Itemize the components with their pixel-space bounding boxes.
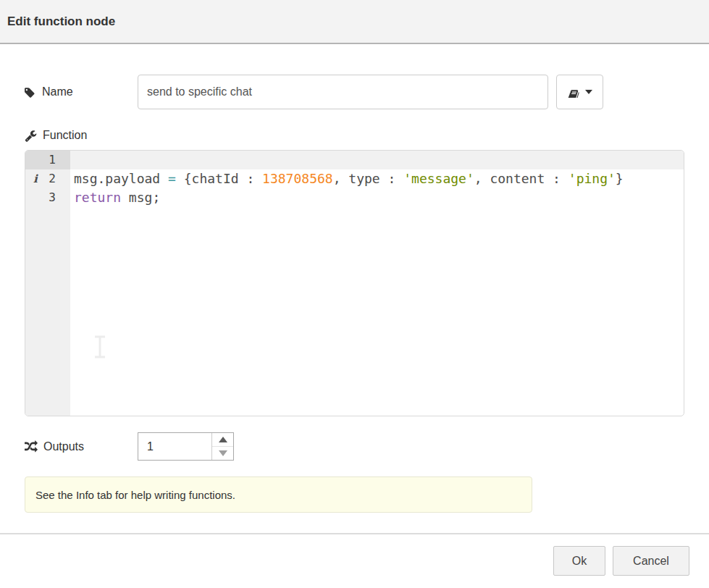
dialog-title: Edit function node xyxy=(7,14,115,29)
name-label-text: Name xyxy=(42,85,73,98)
ok-button[interactable]: Ok xyxy=(553,546,605,576)
function-code-editor[interactable]: 12i3 msg.payload = {chatId : 138708568, … xyxy=(25,150,684,416)
outputs-input[interactable] xyxy=(138,433,211,460)
editor-gutter: 12i3 xyxy=(25,151,70,416)
dialog-header: Edit function node xyxy=(0,0,709,44)
gutter-line-number: 3 xyxy=(25,188,70,207)
code-line[interactable]: msg.payload = {chatId : 138708568, type … xyxy=(70,169,684,188)
form-tip: See the Info tab for help writing functi… xyxy=(25,476,532,513)
function-field-label: Function xyxy=(25,126,87,145)
form-tip-text: See the Info tab for help writing functi… xyxy=(35,489,235,501)
code-line[interactable] xyxy=(70,151,684,169)
triangle-up-icon xyxy=(219,437,227,442)
editor-code: msg.payload = {chatId : 138708568, type … xyxy=(70,151,684,207)
tag-icon xyxy=(25,86,36,98)
spinner-buttons xyxy=(211,433,233,460)
function-label-text: Function xyxy=(43,129,87,142)
cancel-button[interactable]: Cancel xyxy=(613,546,689,576)
info-annotation-icon: i xyxy=(33,169,38,188)
outputs-spinner xyxy=(138,432,234,461)
gutter-line-number: 1 xyxy=(25,151,70,169)
gutter-line-number: 2i xyxy=(25,169,70,188)
triangle-down-icon xyxy=(219,450,227,456)
footer-separator xyxy=(0,533,709,534)
caret-down-icon xyxy=(585,90,592,94)
text-cursor-pointer xyxy=(92,335,108,362)
code-line[interactable]: return msg; xyxy=(70,188,684,207)
book-icon xyxy=(568,86,579,98)
spinner-down-button[interactable] xyxy=(212,447,233,460)
name-field-label: Name xyxy=(25,75,73,109)
outputs-label-text: Outputs xyxy=(43,440,84,453)
library-button[interactable] xyxy=(556,75,603,109)
name-input[interactable] xyxy=(138,75,548,109)
wrench-icon xyxy=(25,130,37,142)
shuffle-icon xyxy=(25,440,38,453)
outputs-field-label: Outputs xyxy=(25,432,84,461)
spinner-up-button[interactable] xyxy=(212,433,233,447)
